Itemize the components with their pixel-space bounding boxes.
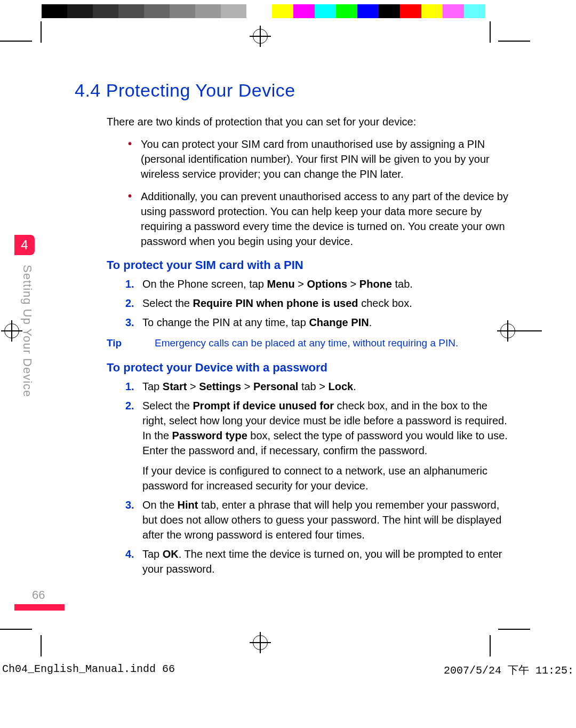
crop-mark — [41, 635, 42, 656]
calib-swatch — [93, 4, 118, 18]
ordered-list: 1.On the Phone screen, tap Menu > Option… — [125, 276, 512, 330]
list-text: On the Hint tab, enter a phrase that wil… — [142, 497, 512, 542]
calib-swatch — [293, 4, 315, 18]
calib-swatch — [464, 4, 485, 18]
calib-swatch — [443, 4, 464, 18]
calib-swatch — [272, 4, 293, 18]
list-text: On the Phone screen, tap Menu > Options … — [142, 276, 413, 291]
list-item: 4.Tap OK. The next time the device is tu… — [125, 547, 512, 576]
calib-swatch — [379, 4, 400, 18]
subsection-heading: To protect your SIM card with a PIN — [107, 258, 544, 272]
list-number: 4. — [125, 547, 142, 576]
calib-swatch — [421, 4, 443, 18]
calib-swatch — [67, 4, 93, 18]
crop-mark — [490, 635, 491, 656]
calib-swatch — [246, 4, 272, 18]
page-content: 4.4 Protecting Your Device There are two… — [32, 80, 544, 581]
bullet-dot-icon: • — [128, 137, 141, 181]
bullet-text: Additionally, you can prevent unauthoris… — [141, 189, 512, 249]
calib-swatch — [485, 4, 507, 18]
registration-mark-icon — [250, 632, 271, 653]
ordered-list: 1.Tap Start > Settings > Personal tab > … — [125, 379, 512, 576]
calib-swatch — [144, 4, 170, 18]
footer-accent-bar — [14, 604, 65, 611]
crop-mark — [0, 41, 32, 42]
list-number: 3. — [125, 497, 142, 542]
calib-swatch — [221, 4, 246, 18]
subsection-heading: To protect your Device with a password — [107, 361, 544, 375]
list-item: 1.On the Phone screen, tap Menu > Option… — [125, 276, 512, 291]
tip-label: Tip — [107, 337, 155, 349]
crop-mark — [41, 21, 42, 43]
bullet-list: •You can protect your SIM card from unau… — [128, 137, 512, 249]
bullet-item: •Additionally, you can prevent unauthori… — [128, 189, 512, 249]
list-text: Tap OK. The next time the device is turn… — [142, 547, 512, 576]
footer-slug: Ch04_English_Manual.indd 66 2007/5/24 下午… — [0, 663, 576, 677]
list-item: 2.Select the Require PIN when phone is u… — [125, 296, 512, 311]
calib-swatch — [195, 4, 221, 18]
page-number: 66 — [32, 588, 45, 602]
slug-filename: Ch04_English_Manual.indd 66 — [2, 663, 175, 677]
list-text: Select the Prompt if device unused for c… — [142, 398, 512, 493]
bullet-dot-icon: • — [128, 189, 141, 249]
section-heading: 4.4 Protecting Your Device — [75, 80, 544, 101]
bullet-text: You can protect your SIM card from unaut… — [141, 137, 512, 181]
list-text: Select the Require PIN when phone is use… — [142, 296, 412, 311]
crop-mark — [498, 41, 530, 42]
list-number: 3. — [125, 315, 142, 330]
list-number: 1. — [125, 276, 142, 291]
list-item: 2.Select the Prompt if device unused for… — [125, 398, 512, 493]
list-item: 1.Tap Start > Settings > Personal tab > … — [125, 379, 512, 394]
slug-timestamp: 2007/5/24 下午 11:25: — [444, 663, 574, 677]
list-number: 2. — [125, 398, 142, 493]
calib-swatch — [400, 4, 421, 18]
bullet-item: •You can protect your SIM card from unau… — [128, 137, 512, 181]
list-item: 3.To change the PIN at any time, tap Cha… — [125, 315, 512, 330]
calib-swatch — [315, 4, 336, 18]
tip-row: Tip Emergency calls can be placed at any… — [107, 337, 512, 349]
crop-mark — [490, 21, 491, 43]
calib-swatch — [336, 4, 357, 18]
list-item: 3.On the Hint tab, enter a phrase that w… — [125, 497, 512, 542]
color-calibration-bar — [42, 4, 507, 18]
calib-swatch — [170, 4, 195, 18]
crop-mark — [0, 629, 32, 630]
calib-swatch — [42, 4, 67, 18]
list-text: Tap Start > Settings > Personal tab > Lo… — [142, 379, 356, 394]
crop-mark — [498, 629, 530, 630]
list-text: To change the PIN at any time, tap Chang… — [142, 315, 372, 330]
tip-text: Emergency calls can be placed at any tim… — [155, 337, 458, 349]
list-number: 2. — [125, 296, 142, 311]
intro-text: There are two kinds of protection that y… — [107, 116, 544, 128]
chapter-title-vertical: Setting Up Your Device — [15, 265, 34, 397]
registration-mark-icon — [250, 26, 271, 47]
list-number: 1. — [125, 379, 142, 394]
calib-swatch — [118, 4, 144, 18]
calib-swatch — [357, 4, 379, 18]
